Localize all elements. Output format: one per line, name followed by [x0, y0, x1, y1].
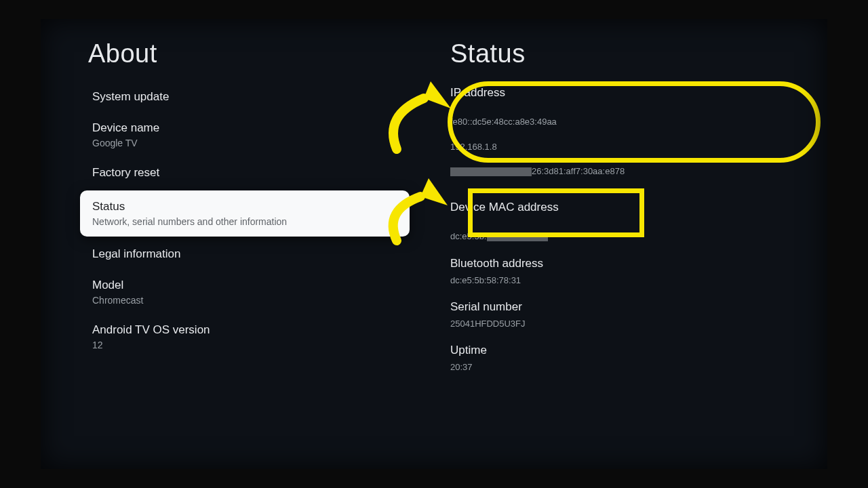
menu-sub: Network, serial numbers and other inform… [92, 216, 397, 227]
annotation-arrow-icon [380, 173, 475, 254]
menu-android-tv-os-version[interactable]: Android TV OS version 12 [88, 317, 410, 357]
menu-sub: Google TV [92, 138, 410, 148]
menu-label: System update [92, 90, 410, 104]
about-title: About [88, 39, 410, 68]
status-value: dc:e5:5b:58:78:31 [450, 274, 800, 287]
svg-marker-1 [420, 178, 448, 205]
status-value: 20:37 [450, 361, 800, 373]
status-mac-address: Device MAC address dc:e5:5b: [450, 201, 800, 243]
status-panel: Status IP address fe80::dc5e:48cc:a8e3:4… [430, 39, 800, 469]
status-label: Bluetooth address [450, 257, 800, 270]
menu-label: Model [92, 279, 410, 292]
menu-system-update[interactable]: System update [88, 83, 410, 110]
menu-label: Factory reset [92, 166, 410, 180]
ip-line3-suffix: 26:3d81:aff7:30aa:e878 [532, 166, 625, 176]
status-value: fe80::dc5e:48cc:a8e3:49aa 192.168.1.8 26… [450, 104, 800, 178]
menu-model[interactable]: Model Chromecast [88, 272, 410, 312]
status-label: IP address [450, 86, 800, 100]
annotation-arrow-icon [376, 75, 478, 169]
menu-factory-reset[interactable]: Factory reset [88, 159, 410, 186]
status-uptime: Uptime 20:37 [450, 344, 800, 373]
status-label: Device MAC address [450, 201, 800, 214]
status-label: Serial number [450, 300, 800, 314]
status-label: Uptime [450, 344, 800, 357]
menu-sub: Chromecast [92, 295, 410, 306]
redacted-block [487, 232, 548, 241]
menu-label: Device name [92, 121, 410, 135]
menu-label: Android TV OS version [92, 323, 410, 337]
svg-marker-0 [424, 81, 451, 108]
status-serial-number: Serial number 25041HFDD5U3FJ [450, 300, 800, 330]
menu-label: Legal information [92, 247, 410, 261]
status-bluetooth-address: Bluetooth address dc:e5:5b:58:78:31 [450, 257, 800, 287]
menu-status[interactable]: Status Network, serial numbers and other… [80, 190, 410, 237]
menu-label: Status [92, 200, 397, 214]
status-value: dc:e5:5b: [450, 218, 800, 243]
menu-device-name[interactable]: Device name Google TV [88, 115, 410, 155]
status-value: 25041HFDD5U3FJ [450, 318, 800, 330]
menu-legal-information[interactable]: Legal information [88, 241, 410, 268]
status-ip-address: IP address fe80::dc5e:48cc:a8e3:49aa 192… [450, 86, 800, 178]
status-title: Status [450, 39, 800, 68]
menu-sub: 12 [92, 340, 410, 350]
